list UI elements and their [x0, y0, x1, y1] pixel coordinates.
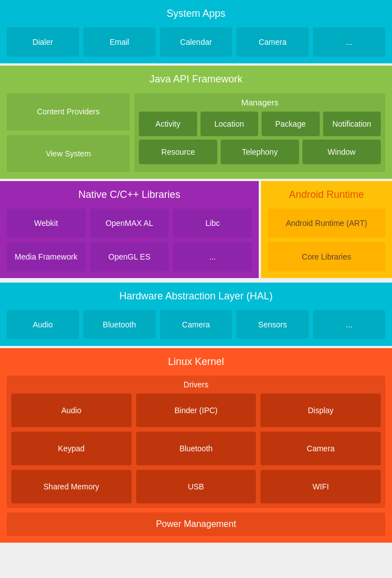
drivers-grid: Audio Binder (IPC) Display Keypad Blueto…: [11, 394, 381, 503]
core-libraries-box: Core Libraries: [268, 242, 385, 271]
location-box: Location: [200, 112, 259, 136]
art-box: Android Runtime (ART): [268, 209, 385, 238]
system-apps-title: System Apps: [7, 6, 385, 22]
window-box: Window: [302, 140, 381, 164]
calendar-box: Calendar: [160, 27, 232, 57]
linux-kernel-layer: Linux Kernel Drivers Audio Binder (IPC) …: [0, 348, 392, 543]
camera-box: Camera: [236, 27, 309, 57]
hal-boxes: Audio Bluetooth Camera Sensors ...: [7, 310, 385, 339]
power-management-box: Power Management: [7, 512, 385, 536]
android-runtime-title: Android Runtime: [268, 187, 385, 203]
native-libs-layer: Native C/C++ Libraries Webkit OpenMAX AL…: [0, 181, 259, 278]
drivers-title: Drivers: [11, 380, 381, 389]
drivers-section: Drivers Audio Binder (IPC) Display Keypa…: [7, 376, 385, 508]
media-framework-box: Media Framework: [7, 242, 86, 271]
native-libs-grid: Webkit OpenMAX AL Libc Media Framework O…: [7, 209, 252, 271]
linux-kernel-title: Linux Kernel: [7, 354, 385, 370]
email-box: Email: [83, 27, 156, 57]
package-box: Package: [262, 112, 320, 136]
binder-box: Binder (IPC): [136, 394, 256, 427]
hal-sensors-box: Sensors: [236, 310, 309, 339]
openmax-box: OpenMAX AL: [90, 209, 169, 238]
view-system-box: View System: [7, 135, 130, 173]
manager-row-2: Resource Telephony Window: [139, 140, 381, 164]
native-libs-row-2: Media Framework OpenGL ES ...: [7, 242, 252, 271]
kernel-bluetooth-box: Bluetooth: [136, 432, 256, 465]
libc-box: Libc: [173, 209, 252, 238]
display-box: Display: [260, 394, 381, 427]
hal-bluetooth-box: Bluetooth: [83, 310, 156, 339]
managers-section: Managers Activity Location Package Notif…: [134, 93, 385, 172]
activity-box: Activity: [139, 112, 197, 136]
android-runtime-layer: Android Runtime Android Runtime (ART) Co…: [261, 181, 392, 278]
shared-memory-box: Shared Memory: [11, 470, 132, 503]
kernel-camera-box: Camera: [260, 432, 381, 465]
driver-row-1: Audio Binder (IPC) Display: [11, 394, 381, 427]
telephony-box: Telephony: [221, 140, 299, 164]
more-box: ...: [313, 27, 385, 57]
java-api-layer: Java API Framework Content Providers Vie…: [0, 66, 392, 179]
system-apps-boxes: Dialer Email Calendar Camera ...: [7, 27, 385, 57]
middle-row: Native C/C++ Libraries Webkit OpenMAX AL…: [0, 181, 392, 280]
hal-more-box: ...: [313, 310, 385, 339]
managers-title: Managers: [139, 98, 381, 107]
content-providers-box: Content Providers: [7, 93, 130, 131]
java-api-left: Content Providers View System: [7, 93, 130, 172]
hal-camera-box: Camera: [160, 310, 232, 339]
notification-box: Notification: [323, 112, 381, 136]
hal-layer: Hardware Abstraction Layer (HAL) Audio B…: [0, 283, 392, 346]
java-api-title: Java API Framework: [7, 71, 385, 87]
native-libs-title: Native C/C++ Libraries: [7, 187, 252, 203]
manager-row-1: Activity Location Package Notification: [139, 112, 381, 136]
keypad-box: Keypad: [11, 432, 132, 465]
wifi-box: WIFI: [260, 470, 381, 503]
hal-audio-box: Audio: [7, 310, 79, 339]
native-more-box: ...: [173, 242, 252, 271]
java-api-inner: Content Providers View System Managers A…: [7, 93, 385, 172]
opengl-box: OpenGL ES: [90, 242, 169, 271]
dialer-box: Dialer: [7, 27, 79, 57]
hal-title: Hardware Abstraction Layer (HAL): [7, 288, 385, 304]
driver-row-3: Shared Memory USB WIFI: [11, 470, 381, 503]
kernel-audio-box: Audio: [11, 394, 132, 427]
webkit-box: Webkit: [7, 209, 86, 238]
usb-box: USB: [136, 470, 256, 503]
resource-box: Resource: [139, 140, 217, 164]
system-apps-layer: System Apps Dialer Email Calendar Camera…: [0, 0, 392, 63]
native-libs-row-1: Webkit OpenMAX AL Libc: [7, 209, 252, 238]
driver-row-2: Keypad Bluetooth Camera: [11, 432, 381, 465]
